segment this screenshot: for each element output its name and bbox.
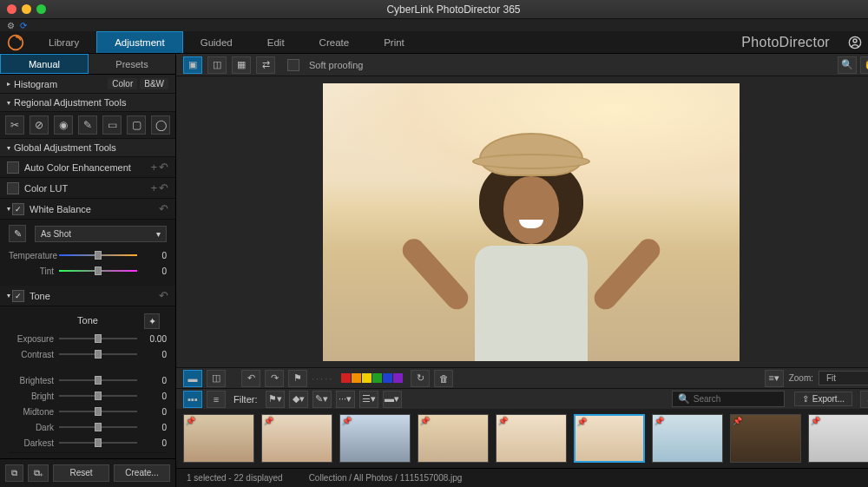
thumbnail-item[interactable]: 📌 (261, 414, 332, 463)
trash-icon[interactable]: 🗑 (434, 370, 453, 387)
layout-split-icon[interactable]: ◫ (207, 370, 226, 387)
thumbnail-item[interactable]: 📌 (418, 414, 489, 463)
zoom-tool-icon[interactable]: 🔍 (838, 56, 857, 74)
histogram-bw-toggle[interactable]: B&W (140, 78, 168, 89)
filter-sort-icon[interactable]: ☰▾ (359, 391, 378, 408)
tab-edit[interactable]: Edit (250, 31, 302, 53)
subtab-manual[interactable]: Manual (0, 54, 89, 74)
thumbnail-item[interactable]: 📌 (496, 414, 567, 463)
settings-icon[interactable]: ⚙ (7, 21, 15, 30)
flag-icon[interactable]: ⚑ (288, 370, 307, 387)
thumbnail-item[interactable]: 📌 (574, 414, 645, 463)
add-icon[interactable]: + (150, 181, 157, 194)
white-balance-checkbox[interactable]: ✓ (12, 203, 24, 215)
eyedropper-icon[interactable]: ✎ (9, 225, 26, 242)
profile-icon[interactable] (842, 31, 868, 53)
tone-checkbox[interactable]: ✓ (12, 290, 24, 302)
filter-stack-icon[interactable]: ▬▾ (383, 391, 402, 408)
view-grid-icon[interactable]: ▦ (232, 56, 251, 74)
auto-tone-icon[interactable]: ✦ (144, 313, 160, 329)
tint-slider[interactable] (59, 265, 137, 277)
dark-slider[interactable] (59, 421, 137, 433)
color-label-cell[interactable] (393, 373, 403, 383)
paste-settings-icon[interactable]: ⧉₊ (28, 464, 49, 482)
redeye-tool-icon[interactable]: ◉ (54, 115, 73, 135)
add-icon[interactable]: + (150, 161, 157, 174)
contrast-slider[interactable] (59, 348, 137, 360)
white-balance-item[interactable]: ▾ ✓ White Balance ↶ (0, 199, 175, 220)
color-label-cell[interactable] (362, 373, 372, 383)
subtab-presets[interactable]: Presets (89, 54, 175, 74)
section-regional[interactable]: ▾ Regional Adjustment Tools (0, 94, 175, 112)
thumbnail-item[interactable]: 📌 (730, 414, 801, 463)
thumbnail-item[interactable]: 📌 (652, 414, 723, 463)
reset-icon[interactable]: ↶ (159, 289, 168, 302)
tab-guided[interactable]: Guided (183, 31, 250, 53)
filter-edit-icon[interactable]: ✎▾ (312, 391, 332, 408)
view-single-icon[interactable]: ▣ (183, 56, 202, 74)
search-box[interactable]: 🔍 ✕ (672, 391, 785, 407)
thumb-size-icon[interactable]: ▪▪▪ (183, 391, 202, 408)
brush-tool-icon[interactable]: ✎ (78, 115, 97, 135)
soft-proofing-checkbox[interactable] (287, 59, 299, 71)
filter-label-icon[interactable]: ◆▾ (289, 391, 308, 408)
export-button[interactable]: ⇪ Export... (794, 392, 852, 406)
color-label-cell[interactable] (352, 373, 361, 383)
reset-icon[interactable]: ↶ (159, 181, 168, 194)
view-compare-icon[interactable]: ◫ (207, 56, 227, 74)
gradient-tool-icon[interactable]: ▭ (102, 115, 122, 135)
thumb-list-icon[interactable]: ≡ (207, 391, 226, 408)
sort-icon[interactable]: ≡▾ (765, 370, 784, 387)
thumbnail-item[interactable]: 📌 (183, 414, 254, 463)
reset-icon[interactable]: ↶ (159, 161, 168, 174)
thumbnail-item[interactable]: 📌 (339, 414, 411, 463)
midtone-slider[interactable] (59, 405, 137, 418)
tab-library[interactable]: Library (31, 31, 96, 53)
search-input[interactable] (694, 394, 804, 404)
reload-icon[interactable]: ⟳ (20, 21, 27, 30)
tab-create[interactable]: Create (302, 31, 367, 53)
section-histogram[interactable]: ▸ Histogram Color B&W (0, 75, 175, 94)
maximize-window-icon[interactable] (36, 4, 46, 14)
histogram-color-toggle[interactable]: Color (108, 78, 137, 89)
layout-single-icon[interactable]: ▬ (183, 370, 202, 387)
refresh-icon[interactable]: ↻ (411, 370, 430, 387)
reset-button[interactable]: Reset (53, 464, 109, 482)
image-canvas[interactable] (176, 76, 868, 367)
reset-icon[interactable]: ↶ (159, 202, 168, 215)
rotate-right-icon[interactable]: ↷ (265, 370, 284, 387)
tab-adjustment[interactable]: Adjustment (96, 31, 183, 53)
mask-tool-icon[interactable]: ▢ (127, 115, 146, 135)
zoom-dropdown[interactable]: Fit▾ (819, 371, 868, 385)
color-lut-checkbox[interactable] (7, 182, 19, 194)
rotate-left-icon[interactable]: ↶ (241, 370, 260, 387)
minimize-window-icon[interactable] (22, 4, 31, 14)
app-logo-icon[interactable] (0, 31, 31, 53)
thumbnail-item[interactable]: 📌 (808, 414, 868, 463)
pan-tool-icon[interactable]: ✋ (860, 56, 868, 74)
close-window-icon[interactable] (7, 4, 16, 14)
darkest-slider[interactable] (59, 437, 137, 449)
brightest-slider[interactable] (59, 374, 137, 386)
rating-dots[interactable]: ····· (312, 373, 333, 384)
filter-rating-icon[interactable]: ···▾ (336, 391, 355, 408)
color-label-cell[interactable] (341, 373, 351, 383)
temperature-slider[interactable] (59, 249, 137, 261)
create-preset-button[interactable]: Create... (114, 464, 170, 482)
tone-item[interactable]: ▾ ✓ Tone ↶ (0, 286, 175, 306)
copy-settings-icon[interactable]: ⧉ (5, 464, 23, 482)
auto-color-checkbox[interactable] (7, 161, 19, 174)
view-mirror-icon[interactable]: ⇄ (256, 56, 275, 74)
share-icon[interactable]: ↗ (860, 391, 868, 408)
spot-tool-icon[interactable]: ⊘ (30, 115, 49, 135)
crop-tool-icon[interactable]: ✂ (5, 115, 24, 135)
exposure-slider[interactable] (59, 332, 137, 345)
section-global[interactable]: ▾ Global Adjustment Tools (0, 139, 175, 157)
color-label-cell[interactable] (383, 373, 392, 383)
bright-slider[interactable] (59, 390, 137, 402)
radial-tool-icon[interactable]: ◯ (151, 115, 170, 135)
tab-print[interactable]: Print (366, 31, 422, 53)
color-label-cell[interactable] (372, 373, 382, 383)
filter-flag-icon[interactable]: ⚑▾ (266, 391, 285, 408)
wb-mode-dropdown[interactable]: As Shot ▾ (35, 226, 167, 242)
